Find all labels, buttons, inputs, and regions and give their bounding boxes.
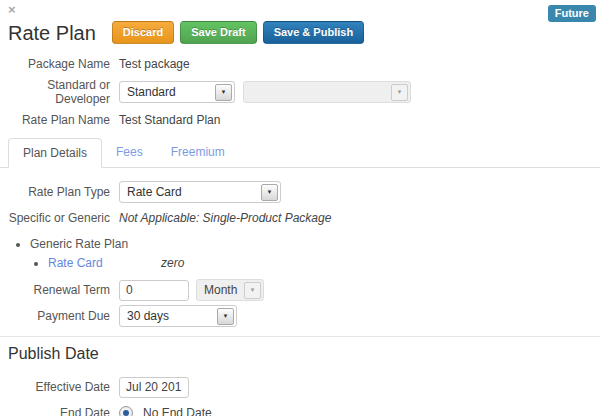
rate-plan-form: Package Name Test package Standard or De…	[0, 52, 600, 328]
standard-or-developer-label: Standard or Developer	[0, 78, 110, 106]
developer-select-disabled: ▼	[243, 81, 411, 103]
payment-due-selected-value: 30 days	[127, 309, 169, 323]
page-header: Rate Plan Discard Save Draft Save & Publ…	[0, 0, 600, 45]
rate-plan-name-value: Test Standard Plan	[119, 113, 220, 127]
generic-rate-plan-list: Generic Rate Plan Rate Card zero	[30, 236, 600, 272]
generic-rate-plan-label: Generic Rate Plan	[30, 237, 128, 251]
rate-plan-type-selected-value: Rate Card	[127, 185, 182, 199]
standard-or-developer-selected-value: Standard	[127, 85, 176, 99]
specific-or-generic-label: Specific or Generic	[0, 211, 110, 225]
tab-fees[interactable]: Fees	[102, 138, 157, 168]
chevron-down-icon: ▼	[244, 282, 261, 299]
no-end-date-radio[interactable]	[119, 406, 133, 416]
generic-rate-plan-item: Generic Rate Plan Rate Card zero	[30, 236, 600, 272]
rate-card-link[interactable]: Rate Card	[48, 256, 103, 270]
rate-plan-type-select[interactable]: Rate Card ▼	[119, 181, 281, 203]
payment-due-label: Payment Due	[0, 309, 110, 323]
publish-date-title: Publish Date	[8, 345, 600, 363]
renewal-term-label: Renewal Term	[0, 283, 110, 297]
standard-or-developer-row: Standard or Developer Standard ▼ ▼	[0, 78, 600, 106]
rate-card-value: zero	[161, 256, 184, 270]
renewal-term-unit-select: Month ▼	[196, 279, 264, 301]
effective-date-input[interactable]	[119, 377, 189, 398]
renewal-term-unit-value: Month	[204, 283, 237, 297]
tab-plan-details[interactable]: Plan Details	[8, 138, 102, 168]
payment-due-row: Payment Due 30 days ▼	[0, 304, 600, 328]
renewal-term-input[interactable]	[119, 280, 189, 301]
page-title: Rate Plan	[8, 21, 96, 45]
package-name-row: Package Name Test package	[0, 52, 600, 76]
rate-plan-name-row: Rate Plan Name Test Standard Plan	[0, 108, 600, 132]
status-badge: Future	[548, 5, 596, 22]
chevron-down-icon: ▼	[215, 84, 232, 101]
chevron-down-icon: ▼	[261, 184, 278, 201]
chevron-down-icon: ▼	[391, 84, 408, 101]
close-icon[interactable]: ×	[8, 3, 16, 17]
package-name-label: Package Name	[0, 57, 110, 71]
payment-due-select[interactable]: 30 days ▼	[119, 305, 237, 327]
standard-or-developer-select[interactable]: Standard ▼	[119, 81, 235, 103]
rate-plan-type-row: Rate Plan Type Rate Card ▼	[0, 180, 600, 204]
end-date-label: End Date	[0, 406, 110, 416]
tab-freemium[interactable]: Freemium	[157, 138, 239, 168]
effective-date-row: Effective Date	[0, 375, 600, 399]
tab-bar: Plan Details Fees Freemium	[0, 138, 600, 168]
specific-or-generic-value: Not Applicable: Single-Product Package	[119, 211, 331, 225]
no-end-date-label: No End Date	[143, 406, 212, 416]
save-draft-button[interactable]: Save Draft	[180, 21, 256, 44]
end-date-row: End Date No End Date	[0, 401, 600, 416]
discard-button[interactable]: Discard	[112, 21, 174, 44]
specific-or-generic-row: Specific or Generic Not Applicable: Sing…	[0, 206, 600, 230]
rate-plan-name-label: Rate Plan Name	[0, 113, 110, 127]
rate-plan-type-label: Rate Plan Type	[0, 185, 110, 199]
rate-card-item: Rate Card zero	[48, 255, 600, 272]
package-name-value: Test package	[119, 57, 190, 71]
save-publish-button[interactable]: Save & Publish	[263, 21, 364, 44]
chevron-down-icon: ▼	[217, 308, 234, 325]
publish-date-section: Publish Date Effective Date End Date No …	[0, 336, 600, 416]
renewal-term-row: Renewal Term Month ▼	[0, 278, 600, 302]
effective-date-label: Effective Date	[0, 380, 110, 394]
